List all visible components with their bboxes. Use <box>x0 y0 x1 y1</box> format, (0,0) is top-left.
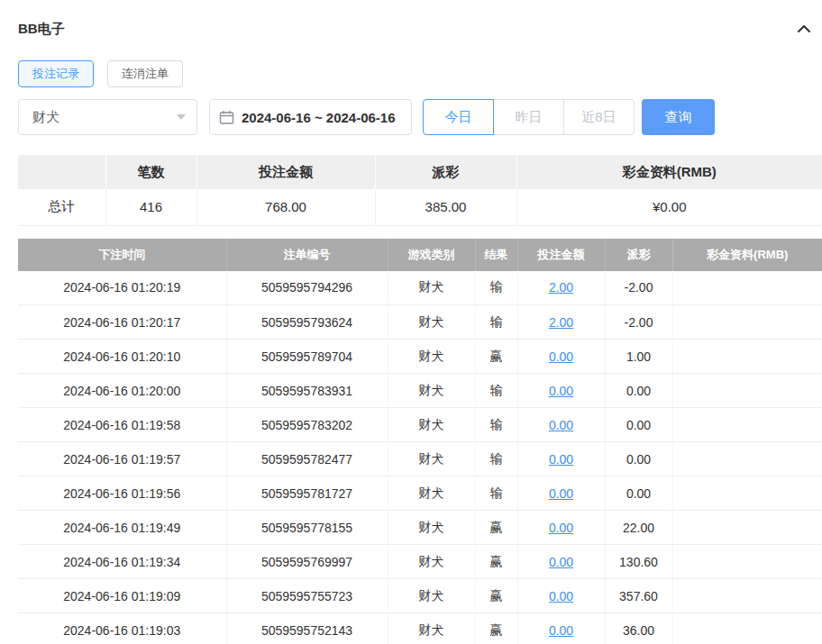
game-type-cell: 财犬 <box>388 579 475 613</box>
result-cell: 赢 <box>475 545 517 579</box>
bet-amount-link[interactable]: 0.00 <box>549 418 573 432</box>
bet-amount-cell: 2.00 <box>517 305 605 340</box>
bet-amount-link[interactable]: 2.00 <box>549 280 573 295</box>
bet-amount-link[interactable]: 0.00 <box>549 452 573 467</box>
chevron-down-icon <box>177 114 186 120</box>
bet-time-cell: 2024-06-16 01:20:00 <box>18 374 226 408</box>
table-row: 2024-06-16 01:19:34 5059595769997 财犬 赢 0… <box>18 545 822 579</box>
header-payout: 派彩 <box>605 239 672 271</box>
summary-header-empty <box>18 155 105 189</box>
bet-amount-cell: 0.00 <box>517 374 605 408</box>
table-row: 2024-06-16 01:19:49 5059595778155 财犬 赢 0… <box>18 511 822 545</box>
payout-cell: 0.00 <box>605 476 672 511</box>
game-type-cell: 财犬 <box>388 374 475 408</box>
game-type-cell: 财犬 <box>388 408 475 442</box>
result-cell: 输 <box>475 476 517 511</box>
bet-amount-cell: 0.00 <box>517 511 605 545</box>
game-type-cell: 财犬 <box>388 340 475 374</box>
query-button[interactable]: 查询 <box>642 99 715 135</box>
game-type-cell: 财犬 <box>388 476 475 511</box>
summary-header-count: 笔数 <box>105 155 196 189</box>
game-type-cell: 财犬 <box>388 305 475 340</box>
bonus-cell <box>672 408 822 442</box>
game-type-cell: 财犬 <box>388 442 475 476</box>
header-order-number: 注单编号 <box>226 239 388 271</box>
table-row: 2024-06-16 01:20:10 5059595789704 财犬 赢 0… <box>18 340 822 374</box>
bonus-cell <box>672 442 822 476</box>
bet-amount-cell: 2.00 <box>517 271 605 305</box>
quick-yesterday-button[interactable]: 昨日 <box>493 99 564 135</box>
bet-amount-link[interactable]: 0.00 <box>549 589 573 603</box>
bonus-cell <box>672 476 822 511</box>
bet-time-cell: 2024-06-16 01:19:56 <box>18 476 226 511</box>
order-number-cell: 5059595783931 <box>226 374 388 408</box>
bonus-cell <box>672 271 822 305</box>
bonus-cell <box>672 340 822 374</box>
bet-amount-link[interactable]: 2.00 <box>549 315 573 330</box>
summary-total-row: 总计 416 768.00 385.00 ¥0.00 <box>18 189 822 225</box>
order-number-cell: 5059595783202 <box>226 408 388 442</box>
bet-time-cell: 2024-06-16 01:19:09 <box>18 579 226 613</box>
collapse-button[interactable] <box>795 23 813 35</box>
order-number-cell: 5059595794296 <box>226 271 388 305</box>
summary-header-payout: 派彩 <box>375 155 516 189</box>
summary-total-bet-amount: 768.00 <box>196 189 375 225</box>
tab-cancel-orders[interactable]: 连消注单 <box>107 60 183 87</box>
game-select[interactable]: 财犬 <box>18 99 197 135</box>
table-row: 2024-06-16 01:19:58 5059595783202 财犬 输 0… <box>18 408 822 442</box>
result-cell: 赢 <box>475 511 517 545</box>
order-number-cell: 5059595778155 <box>226 511 388 545</box>
bet-amount-link[interactable]: 0.00 <box>549 486 573 501</box>
bet-amount-cell: 0.00 <box>517 340 605 374</box>
order-number-cell: 5059595755723 <box>226 579 388 613</box>
bet-amount-cell: 0.00 <box>517 408 605 442</box>
bet-amount-cell: 0.00 <box>517 613 605 644</box>
result-cell: 输 <box>475 442 517 476</box>
bet-amount-link[interactable]: 0.00 <box>549 521 573 535</box>
payout-cell: 36.00 <box>605 613 672 644</box>
summary-total-bonus: ¥0.00 <box>516 189 822 225</box>
payout-cell: 0.00 <box>605 408 672 442</box>
bet-time-cell: 2024-06-16 01:19:34 <box>18 545 226 579</box>
bet-amount-link[interactable]: 0.00 <box>549 555 573 569</box>
game-type-cell: 财犬 <box>388 545 475 579</box>
tab-bet-records[interactable]: 投注记录 <box>18 60 94 87</box>
bet-time-cell: 2024-06-16 01:20:19 <box>18 271 226 305</box>
date-range-input[interactable]: 2024-06-16 ~ 2024-06-16 <box>209 99 412 135</box>
bet-amount-cell: 0.00 <box>517 442 605 476</box>
bet-amount-link[interactable]: 0.00 <box>549 623 573 638</box>
result-cell: 赢 <box>475 613 517 644</box>
header-bet-time: 下注时间 <box>18 239 226 271</box>
quick-last8days-button[interactable]: 近8日 <box>563 99 635 135</box>
summary-header-bet-amount: 投注金额 <box>196 155 375 189</box>
table-row: 2024-06-16 01:19:57 5059595782477 财犬 输 0… <box>18 442 822 476</box>
header-bet-amount: 投注金额 <box>517 239 605 271</box>
bonus-cell <box>672 579 822 613</box>
bet-amount-link[interactable]: 0.00 <box>549 349 573 364</box>
bet-amount-cell: 0.00 <box>517 545 605 579</box>
panel-header: BB电子 <box>18 0 822 38</box>
payout-cell: 130.60 <box>605 545 672 579</box>
bet-time-cell: 2024-06-16 01:19:58 <box>18 408 226 442</box>
result-cell: 输 <box>475 374 517 408</box>
bet-time-cell: 2024-06-16 01:19:49 <box>18 511 226 545</box>
order-number-cell: 5059595752143 <box>226 613 388 644</box>
date-range-value: 2024-06-16 ~ 2024-06-16 <box>242 110 396 125</box>
summary-total-label: 总计 <box>18 189 105 225</box>
payout-cell: 0.00 <box>605 442 672 476</box>
bet-amount-link[interactable]: 0.00 <box>549 384 573 398</box>
bet-amount-cell: 0.00 <box>517 476 605 511</box>
result-cell: 输 <box>475 408 517 442</box>
payout-cell: 357.60 <box>605 579 672 613</box>
table-row: 2024-06-16 01:20:00 5059595783931 财犬 输 0… <box>18 374 822 408</box>
quick-date-group: 今日 昨日 近8日 <box>423 99 635 135</box>
quick-today-button[interactable]: 今日 <box>423 99 494 135</box>
order-number-cell: 5059595789704 <box>226 340 388 374</box>
summary-total-payout: 385.00 <box>375 189 516 225</box>
bet-table: 下注时间 注单编号 游戏类别 结果 投注金额 派彩 彩金资料(RMB) 2024… <box>18 239 822 644</box>
order-number-cell: 5059595781727 <box>226 476 388 511</box>
summary-header-bonus: 彩金资料(RMB) <box>516 155 822 189</box>
order-number-cell: 5059595793624 <box>226 305 388 340</box>
game-type-cell: 财犬 <box>388 613 475 644</box>
calendar-icon <box>219 110 234 125</box>
